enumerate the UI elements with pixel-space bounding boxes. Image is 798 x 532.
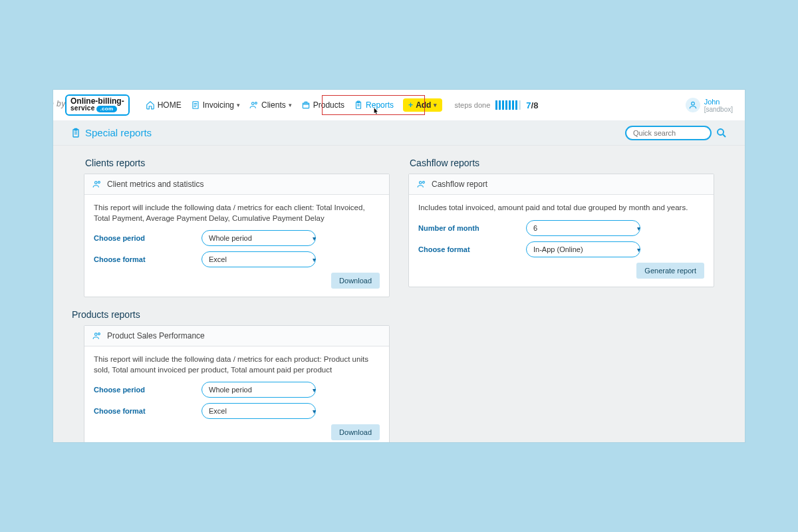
card-description: This report will include the following d… [94, 354, 380, 375]
users-icon [92, 180, 102, 189]
format-select[interactable] [201, 251, 316, 267]
chevron-down-icon: ▾ [289, 102, 292, 108]
user-menu[interactable]: John [sandbox] [686, 98, 733, 113]
cashflow-reports-heading: Cashflow reports [410, 158, 713, 168]
format-label: Choose format [94, 255, 194, 263]
nav-invoicing[interactable]: Invoicing ▾ [191, 100, 240, 110]
card-header: Product Sales Performance [84, 326, 389, 346]
nav-clients-label: Clients [261, 100, 286, 110]
page-title-bar: Special reports [53, 120, 745, 146]
avatar-icon [686, 98, 700, 112]
reports-content: Clients reports Client metrics and stati… [53, 146, 745, 442]
users-icon [249, 100, 259, 110]
cashflow-card: Cashflow report Includes total invoiced,… [408, 174, 714, 287]
card-header: Client metrics and statistics [84, 174, 389, 195]
clipboard-icon [70, 128, 81, 138]
logo-pill: .com [96, 106, 118, 112]
months-label: Number of month [418, 224, 518, 232]
app-logo[interactable]: Online-billing- service.com [65, 94, 130, 116]
card-title: Client metrics and statistics [107, 180, 203, 189]
nav-products[interactable]: Products [301, 100, 344, 110]
svg-point-15 [422, 182, 424, 184]
steps-progress-bars [495, 100, 521, 110]
plus-icon: + [408, 100, 413, 110]
chevron-down-icon: ▾ [237, 102, 240, 108]
card-description: This report will include the following d… [94, 203, 380, 223]
card-title: Product Sales Performance [107, 331, 205, 340]
main-nav: HOME Invoicing ▾ Clients ▾ Products Repo… [146, 98, 443, 112]
cropped-watermark: p by [53, 99, 66, 108]
svg-point-13 [98, 333, 100, 335]
card-body: This report will include the following d… [84, 195, 389, 297]
clients-reports-heading: Clients reports [85, 158, 388, 168]
top-nav-bar: Online-billing- service.com HOME Invoici… [53, 90, 745, 120]
svg-rect-3 [303, 103, 309, 108]
svg-point-2 [255, 102, 257, 104]
search-input[interactable] [625, 126, 712, 140]
svg-point-6 [691, 102, 694, 105]
format-label: Choose format [94, 407, 194, 415]
quick-search [625, 126, 728, 140]
right-column: Cashflow reports Cashflow report Include… [408, 154, 714, 299]
card-title: Cashflow report [432, 180, 487, 189]
box-icon [301, 100, 311, 110]
nav-reports[interactable]: Reports [354, 100, 394, 110]
svg-point-14 [420, 182, 422, 184]
format-select[interactable] [201, 403, 316, 419]
users-icon [417, 180, 426, 189]
left-column: Clients reports Client metrics and stati… [84, 154, 390, 442]
format-label: Choose format [418, 245, 518, 253]
chevron-down-icon: ▾ [434, 102, 437, 108]
invoice-icon [191, 100, 200, 110]
generate-report-button[interactable]: Generate report [636, 263, 704, 279]
onboarding-steps: steps done 7/8 [454, 100, 538, 110]
svg-point-11 [98, 182, 100, 184]
period-label: Choose period [94, 234, 194, 242]
nav-reports-label: Reports [366, 100, 394, 110]
card-description: Includes total invoiced, amount paid and… [418, 203, 704, 213]
page-title-text: Special reports [85, 127, 152, 138]
card-body: Includes total invoiced, amount paid and… [409, 195, 714, 287]
search-icon[interactable] [716, 127, 728, 139]
months-select[interactable] [526, 220, 640, 236]
steps-done-count: 7 [526, 100, 531, 110]
clipboard-icon [354, 100, 363, 110]
download-button[interactable]: Download [331, 424, 380, 440]
svg-point-10 [95, 182, 98, 184]
svg-point-1 [252, 102, 255, 105]
nav-clients[interactable]: Clients ▾ [249, 100, 292, 110]
period-select[interactable] [201, 230, 316, 246]
card-body: This report will include the following d… [84, 346, 389, 442]
nav-add-label: Add [416, 100, 431, 110]
nav-home-label: HOME [158, 100, 182, 110]
home-icon [146, 100, 155, 110]
nav-invoicing-label: Invoicing [203, 100, 234, 110]
logo-line2: service [70, 104, 95, 112]
svg-point-9 [718, 129, 724, 135]
page-title: Special reports [70, 127, 152, 138]
period-label: Choose period [94, 386, 194, 394]
app-frame: p by Online-billing- service.com HOME In… [53, 90, 745, 442]
client-metrics-card: Client metrics and statistics This repor… [84, 174, 390, 297]
download-button[interactable]: Download [331, 273, 380, 289]
products-reports-heading: Products reports [72, 309, 388, 320]
user-context: [sandbox] [704, 106, 733, 113]
user-name: John [704, 98, 720, 106]
svg-point-12 [95, 333, 98, 336]
card-header: Cashflow report [409, 174, 714, 195]
format-select[interactable] [526, 241, 640, 257]
steps-total-count: 8 [533, 100, 538, 110]
nav-products-label: Products [313, 100, 344, 110]
nav-home[interactable]: HOME [146, 100, 182, 110]
period-select[interactable] [201, 382, 316, 398]
nav-add-button[interactable]: + Add ▾ [403, 98, 442, 112]
product-sales-card: Product Sales Performance This report wi… [84, 325, 390, 442]
users-icon [92, 331, 102, 340]
steps-label: steps done [454, 101, 490, 109]
